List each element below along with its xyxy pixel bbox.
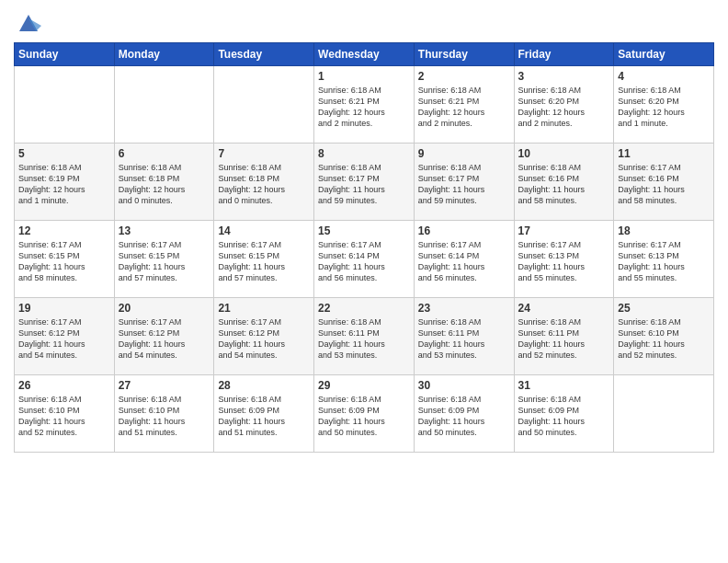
day-number: 9 [418,147,510,160]
day-number: 2 [418,70,510,83]
logo-icon [16,9,41,35]
calendar-day-cell [114,66,214,144]
calendar-header-cell: Sunday [15,43,115,66]
calendar-day-cell: 13Sunrise: 6:17 AM Sunset: 6:15 PM Dayli… [114,221,214,298]
calendar-day-cell: 19Sunrise: 6:17 AM Sunset: 6:12 PM Dayli… [15,298,115,375]
calendar-day-cell: 24Sunrise: 6:18 AM Sunset: 6:11 PM Dayli… [514,298,614,375]
calendar-day-cell: 22Sunrise: 6:18 AM Sunset: 6:11 PM Dayli… [314,298,415,375]
day-number: 23 [418,302,510,315]
calendar-week-row: 19Sunrise: 6:17 AM Sunset: 6:12 PM Dayli… [15,298,714,375]
calendar-day-cell: 30Sunrise: 6:18 AM Sunset: 6:09 PM Dayli… [414,375,514,453]
calendar-body: 1Sunrise: 6:18 AM Sunset: 6:21 PM Daylig… [15,66,714,453]
day-number: 29 [318,379,410,392]
day-info: Sunrise: 6:18 AM Sunset: 6:10 PM Dayligh… [119,394,210,439]
logo [14,9,41,35]
day-info: Sunrise: 6:18 AM Sunset: 6:10 PM Dayligh… [618,316,710,362]
calendar-day-cell: 4Sunrise: 6:18 AM Sunset: 6:20 PM Daylig… [614,66,714,144]
day-number: 6 [119,147,210,160]
calendar-week-row: 1Sunrise: 6:18 AM Sunset: 6:21 PM Daylig… [15,66,714,144]
calendar-header-cell: Saturday [614,43,714,66]
calendar-day-cell: 11Sunrise: 6:17 AM Sunset: 6:16 PM Dayli… [614,144,714,221]
day-info: Sunrise: 6:18 AM Sunset: 6:09 PM Dayligh… [418,394,510,439]
calendar-day-cell [614,375,714,453]
day-number: 26 [18,379,110,392]
day-number: 18 [618,224,710,237]
day-info: Sunrise: 6:17 AM Sunset: 6:12 PM Dayligh… [119,316,210,362]
calendar-day-cell: 29Sunrise: 6:18 AM Sunset: 6:09 PM Dayli… [314,375,415,453]
day-info: Sunrise: 6:17 AM Sunset: 6:13 PM Dayligh… [618,239,710,284]
day-info: Sunrise: 6:17 AM Sunset: 6:14 PM Dayligh… [318,239,410,284]
day-info: Sunrise: 6:18 AM Sunset: 6:09 PM Dayligh… [218,394,310,439]
calendar-day-cell: 15Sunrise: 6:17 AM Sunset: 6:14 PM Dayli… [314,221,415,298]
calendar-day-cell: 26Sunrise: 6:18 AM Sunset: 6:10 PM Dayli… [15,375,115,453]
calendar-week-row: 5Sunrise: 6:18 AM Sunset: 6:19 PM Daylig… [15,144,714,221]
day-info: Sunrise: 6:17 AM Sunset: 6:15 PM Dayligh… [119,239,210,284]
calendar-week-row: 12Sunrise: 6:17 AM Sunset: 6:15 PM Dayli… [15,221,714,298]
day-number: 3 [518,70,610,83]
day-info: Sunrise: 6:18 AM Sunset: 6:16 PM Dayligh… [518,162,610,207]
day-number: 27 [119,379,210,392]
day-number: 25 [618,302,710,315]
calendar-day-cell: 31Sunrise: 6:18 AM Sunset: 6:09 PM Dayli… [514,375,614,453]
day-number: 24 [518,302,610,315]
calendar-day-cell: 3Sunrise: 6:18 AM Sunset: 6:20 PM Daylig… [514,66,614,144]
day-info: Sunrise: 6:18 AM Sunset: 6:21 PM Dayligh… [418,85,510,130]
calendar: SundayMondayTuesdayWednesdayThursdayFrid… [14,42,714,453]
day-number: 16 [418,224,510,237]
day-info: Sunrise: 6:18 AM Sunset: 6:18 PM Dayligh… [119,162,210,207]
day-number: 1 [318,70,410,83]
day-info: Sunrise: 6:18 AM Sunset: 6:10 PM Dayligh… [18,394,110,439]
calendar-day-cell: 1Sunrise: 6:18 AM Sunset: 6:21 PM Daylig… [314,66,415,144]
calendar-header-cell: Friday [514,43,614,66]
day-number: 19 [18,302,110,315]
calendar-header-cell: Tuesday [214,43,314,66]
day-info: Sunrise: 6:18 AM Sunset: 6:20 PM Dayligh… [618,85,710,130]
calendar-day-cell: 14Sunrise: 6:17 AM Sunset: 6:15 PM Dayli… [214,221,314,298]
day-info: Sunrise: 6:18 AM Sunset: 6:18 PM Dayligh… [218,162,310,207]
calendar-day-cell: 17Sunrise: 6:17 AM Sunset: 6:13 PM Dayli… [514,221,614,298]
calendar-day-cell: 21Sunrise: 6:17 AM Sunset: 6:12 PM Dayli… [214,298,314,375]
day-number: 15 [318,224,410,237]
day-number: 20 [119,302,210,315]
day-number: 30 [418,379,510,392]
calendar-day-cell: 28Sunrise: 6:18 AM Sunset: 6:09 PM Dayli… [214,375,314,453]
page: SundayMondayTuesdayWednesdayThursdayFrid… [0,0,728,563]
day-info: Sunrise: 6:17 AM Sunset: 6:13 PM Dayligh… [518,239,610,284]
day-info: Sunrise: 6:18 AM Sunset: 6:20 PM Dayligh… [518,85,610,130]
day-number: 28 [218,379,310,392]
day-info: Sunrise: 6:17 AM Sunset: 6:14 PM Dayligh… [418,239,510,284]
calendar-day-cell: 8Sunrise: 6:18 AM Sunset: 6:17 PM Daylig… [314,144,415,221]
calendar-day-cell: 7Sunrise: 6:18 AM Sunset: 6:18 PM Daylig… [214,144,314,221]
calendar-day-cell: 16Sunrise: 6:17 AM Sunset: 6:14 PM Dayli… [414,221,514,298]
calendar-day-cell: 2Sunrise: 6:18 AM Sunset: 6:21 PM Daylig… [414,66,514,144]
day-number: 12 [18,224,110,237]
day-info: Sunrise: 6:18 AM Sunset: 6:11 PM Dayligh… [518,316,610,362]
calendar-day-cell [15,66,115,144]
day-number: 21 [218,302,310,315]
day-info: Sunrise: 6:18 AM Sunset: 6:09 PM Dayligh… [318,394,410,439]
day-info: Sunrise: 6:17 AM Sunset: 6:12 PM Dayligh… [218,316,310,362]
day-number: 4 [618,70,710,83]
calendar-day-cell [214,66,314,144]
day-number: 22 [318,302,410,315]
calendar-header-cell: Thursday [414,43,514,66]
day-number: 5 [18,147,110,160]
day-number: 14 [218,224,310,237]
calendar-day-cell: 9Sunrise: 6:18 AM Sunset: 6:17 PM Daylig… [414,144,514,221]
calendar-header-row: SundayMondayTuesdayWednesdayThursdayFrid… [15,43,714,66]
calendar-header-cell: Wednesday [314,43,415,66]
day-number: 8 [318,147,410,160]
day-info: Sunrise: 6:18 AM Sunset: 6:11 PM Dayligh… [418,316,510,362]
calendar-week-row: 26Sunrise: 6:18 AM Sunset: 6:10 PM Dayli… [15,375,714,453]
day-number: 31 [518,379,610,392]
calendar-day-cell: 27Sunrise: 6:18 AM Sunset: 6:10 PM Dayli… [114,375,214,453]
day-info: Sunrise: 6:17 AM Sunset: 6:12 PM Dayligh… [18,316,110,362]
day-info: Sunrise: 6:17 AM Sunset: 6:16 PM Dayligh… [618,162,710,207]
header [14,9,714,35]
day-info: Sunrise: 6:18 AM Sunset: 6:19 PM Dayligh… [18,162,110,207]
day-info: Sunrise: 6:18 AM Sunset: 6:11 PM Dayligh… [318,316,410,362]
day-info: Sunrise: 6:18 AM Sunset: 6:17 PM Dayligh… [418,162,510,207]
day-number: 10 [518,147,610,160]
calendar-day-cell: 20Sunrise: 6:17 AM Sunset: 6:12 PM Dayli… [114,298,214,375]
calendar-day-cell: 18Sunrise: 6:17 AM Sunset: 6:13 PM Dayli… [614,221,714,298]
